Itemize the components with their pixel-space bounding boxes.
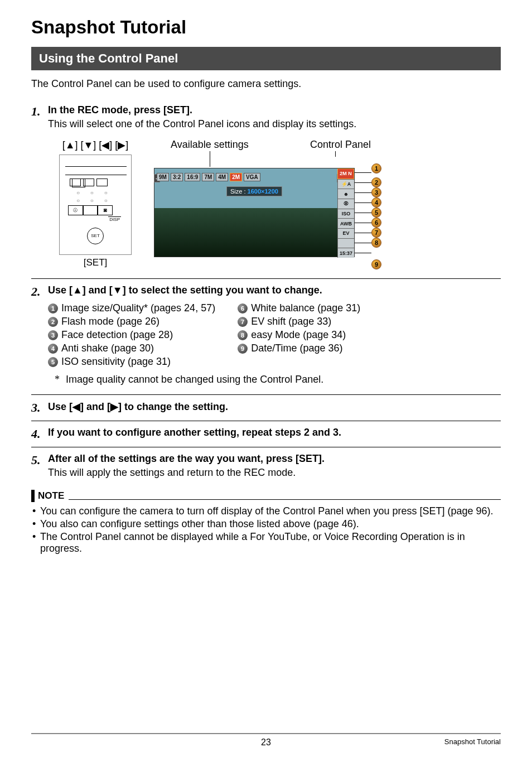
bubble-icon: 3 — [48, 330, 58, 340]
setting-item: 2Flash mode (page 26) — [48, 316, 215, 327]
footer-section-text: Snapshot Tutorial — [444, 737, 501, 746]
callout-line — [355, 213, 371, 213]
callout-line — [355, 172, 371, 173]
lcd-option: 16:9 — [185, 173, 200, 181]
cp-item-easy — [337, 238, 354, 248]
set-button-caption: [SET] — [48, 257, 143, 268]
step-5-desc: This will apply the settings and return … — [48, 467, 501, 479]
asterisk-icon: * — [55, 374, 60, 385]
lcd-size-prefix: Size : — [230, 188, 246, 195]
setting-item: 9Date/Time (page 36) — [238, 343, 360, 354]
lcd-option: 4M — [216, 173, 228, 181]
setting-item: 6White balance (page 31) — [238, 302, 360, 314]
intro-text: The Control Panel can be used to configu… — [31, 78, 501, 90]
note-rule — [69, 499, 501, 500]
cam-dots: ○ ○ ○ — [76, 197, 112, 204]
cp-item-image-size: 2M N — [337, 168, 354, 179]
note-label: NOTE — [38, 490, 64, 502]
bubble-icon: 4 — [48, 344, 58, 354]
control-panel-label: Control Panel — [310, 139, 371, 151]
step-1-desc: This will select one of the Control Pane… — [48, 118, 501, 130]
arrow-keys-label: [▲] [▼] [◀] [▶] — [48, 139, 143, 151]
step-separator — [31, 421, 501, 421]
step-number: 2. — [31, 285, 48, 389]
step-2: 2. Use [▲] and [▼] to select the setting… — [31, 281, 501, 389]
callout-3: 3 — [371, 187, 381, 197]
page-number: 23 — [261, 737, 271, 748]
callout-6: 6 — [371, 218, 381, 228]
bubble-icon: 7 — [238, 317, 248, 327]
control-panel-column: 2M N ⚡A ☻ ⦿ ISO AWB EV 15:37 — [337, 168, 354, 258]
bubble-icon: 2 — [48, 317, 58, 327]
callout-5: 5 — [371, 208, 381, 218]
setting-text: ISO sensitivity (page 31) — [61, 356, 171, 368]
camera-schematic: ○ ○ ○ ○ ○ ○ ⦾◙ DISP — [59, 155, 132, 255]
setting-text: Face detection (page 28) — [61, 329, 173, 341]
note-block: NOTE You can configure the camera to tur… — [31, 490, 501, 555]
callout-line — [355, 182, 371, 183]
lcd-size-readout: Size : 1600×1200 — [226, 186, 282, 196]
setting-text: easy Mode (page 34) — [251, 329, 346, 341]
setting-text: Date/Time (page 36) — [251, 343, 342, 354]
lcd-option: 3:2 — [171, 173, 183, 181]
bubble-icon: 1 — [48, 303, 58, 314]
setting-text: EV shift (page 33) — [251, 316, 331, 327]
step-5: 5. After all of the settings are the way… — [31, 450, 501, 479]
step-number: 5. — [31, 453, 48, 479]
available-settings-label: Available settings — [171, 139, 249, 151]
note-list: You can configure the camera to turn off… — [32, 505, 501, 555]
cp-item-ev: EV — [337, 228, 354, 238]
setting-item: 8easy Mode (page 34) — [238, 329, 360, 341]
cp-item-flash: ⚡A — [337, 179, 354, 189]
footnote-text: Image quality cannot be changed using th… — [66, 374, 323, 385]
lcd-option: 7M — [202, 173, 214, 181]
step-separator — [31, 278, 501, 279]
callout-8: 8 — [371, 238, 381, 248]
step-separator — [31, 394, 501, 395]
cp-item-awb: AWB — [337, 218, 354, 228]
step-3-title: Use [◀] and [▶] to change the setting. — [48, 401, 501, 413]
step-2-title: Use [▲] and [▼] to select the setting yo… — [48, 285, 501, 296]
setting-text: Image size/Quality* (pages 24, 57) — [61, 302, 215, 314]
step-4-title: If you want to configure another setting… — [48, 427, 501, 438]
bubble-icon: 5 — [48, 357, 58, 367]
document-title: Snapshot Tutorial — [31, 17, 501, 38]
footer-rule — [31, 733, 501, 734]
footnote: * Image quality cannot be changed using … — [55, 374, 501, 385]
cp-item-face: ☻ — [337, 189, 354, 199]
step-1: 1. In the REC mode, press [SET]. This wi… — [31, 101, 501, 273]
lcd-option-selected: 2M — [230, 173, 242, 181]
lcd-option: 9M — [157, 173, 169, 181]
callout-line — [355, 223, 371, 223]
settings-list: 1Image size/Quality* (pages 24, 57) 2Fla… — [48, 301, 501, 369]
callout-line — [355, 192, 371, 193]
cam-dots: ○ ○ ○ — [76, 190, 112, 196]
bubble-icon: 8 — [238, 330, 248, 340]
cam-mode-box — [83, 179, 94, 186]
cp-item-time: 15:37 — [337, 248, 354, 258]
cp-item-antishake: ⦿ — [337, 199, 354, 209]
callout-9: 9 — [371, 259, 381, 269]
step-number: 3. — [31, 401, 48, 415]
step-4: 4. If you want to configure another sett… — [31, 423, 501, 441]
camera-lcd: ◂ 9M 3:2 16:9 7M 4M 2M VGA ▸ — [154, 168, 355, 257]
setting-item: 4Anti shake (page 30) — [48, 343, 215, 354]
setting-text: White balance (page 31) — [251, 302, 360, 314]
camera-back-diagram: [▲] [▼] [◀] [▶] ○ ○ ○ ○ ○ ○ ⦾◙ DISP — [48, 139, 143, 268]
section-header: Using the Control Panel — [31, 47, 501, 70]
lcd-size-options: 9M 3:2 16:9 7M 4M 2M VGA — [157, 173, 352, 181]
callout-4: 4 — [371, 197, 381, 208]
callout-line — [355, 243, 371, 243]
setting-text: Flash mode (page 26) — [61, 316, 159, 327]
page-footer: 23 Snapshot Tutorial — [31, 729, 501, 746]
setting-item: 7EV shift (page 33) — [238, 316, 360, 327]
cp-item-iso: ISO — [337, 209, 354, 219]
step-3: 3. Use [◀] and [▶] to change the setting… — [31, 397, 501, 415]
callout-1: 1 — [371, 163, 381, 173]
cam-mode-box — [96, 179, 108, 186]
cam-mode-box — [70, 179, 81, 186]
bubble-icon: 6 — [238, 303, 248, 314]
callout-7: 7 — [371, 228, 381, 238]
note-item: You can configure the camera to turn off… — [40, 505, 501, 517]
setting-text: Anti shake (page 30) — [61, 343, 154, 354]
